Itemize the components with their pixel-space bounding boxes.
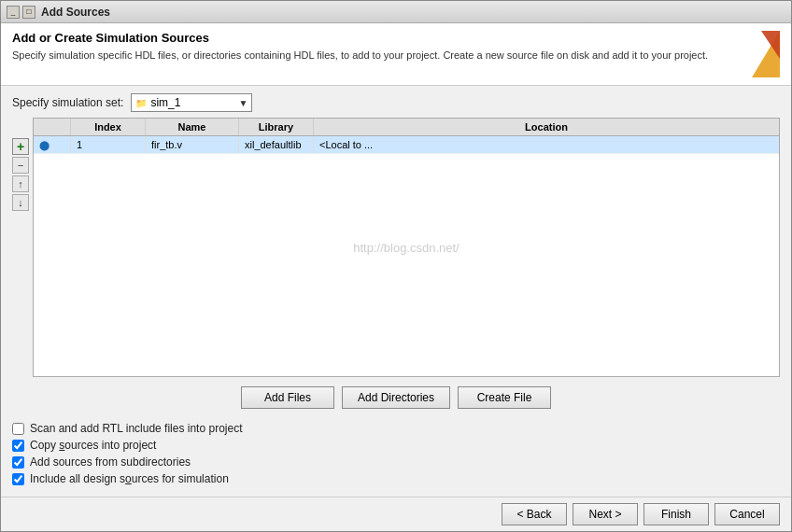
col-header-index xyxy=(34,119,71,135)
table-body: ⬤ 1 fir_tb.v xil_defaultlib <Local to ..… xyxy=(34,136,779,371)
side-toolbar: + − ↑ ↓ xyxy=(12,118,29,377)
header-text: Add or Create Simulation Sources Specify… xyxy=(12,31,733,63)
checkbox-row-2: Copy sources into project xyxy=(12,439,780,452)
checkbox-row-1: Scan and add RTL include files into proj… xyxy=(12,422,780,435)
content-area: Specify simulation set: 📁 sim_1 ▼ + − ↑ … xyxy=(1,86,791,497)
back-button[interactable]: < Back xyxy=(502,503,567,525)
row-icon-cell: ⬤ xyxy=(34,136,71,153)
sim-set-dropdown[interactable]: 📁 sim_1 ▼ xyxy=(131,93,252,112)
header-description: Specify simulation specific HDL files, o… xyxy=(12,49,733,63)
add-subdirs-label: Add sources from subdirectories xyxy=(30,455,191,469)
copy-sources-label: Copy sources into project xyxy=(30,439,156,452)
footer: < Back Next > Finish Cancel xyxy=(1,497,791,531)
copy-sources-checkbox[interactable] xyxy=(12,440,24,452)
create-file-button[interactable]: Create File xyxy=(458,386,551,409)
col-header-name: Name xyxy=(146,119,239,135)
move-down-button[interactable]: ↓ xyxy=(12,194,29,211)
minimize-button[interactable]: _ xyxy=(7,6,20,19)
table-area: + − ↑ ↓ Index Name Library Location ⬤ xyxy=(12,118,780,377)
finish-button[interactable]: Finish xyxy=(644,503,709,525)
table-header: Index Name Library Location xyxy=(34,119,779,136)
row-index: 1 xyxy=(71,136,146,153)
table-row[interactable]: ⬤ 1 fir_tb.v xil_defaultlib <Local to ..… xyxy=(34,136,779,154)
row-name: fir_tb.v xyxy=(146,136,239,153)
row-library: xil_defaultlib xyxy=(239,136,314,153)
title-bar: _ □ Add Sources xyxy=(1,1,791,23)
next-button[interactable]: Next > xyxy=(573,503,638,525)
sim-set-value: sim_1 xyxy=(150,96,234,109)
col-header-library: Library xyxy=(239,119,314,135)
header-section: Add or Create Simulation Sources Specify… xyxy=(1,23,791,86)
include-design-checkbox[interactable] xyxy=(12,473,24,485)
folder-icon: 📁 xyxy=(135,98,147,108)
restore-button[interactable]: □ xyxy=(22,6,35,19)
remove-row-button[interactable]: − xyxy=(12,157,29,174)
move-up-button[interactable]: ↑ xyxy=(12,175,29,192)
add-directories-button[interactable]: Add Directories xyxy=(342,386,450,409)
scan-rtl-checkbox[interactable] xyxy=(12,423,24,435)
checkbox-section: Scan and add RTL include files into proj… xyxy=(12,418,780,489)
sources-table: Index Name Library Location ⬤ 1 fir_tb.v… xyxy=(33,118,780,377)
dropdown-arrow-icon: ▼ xyxy=(238,98,248,108)
xilinx-logo xyxy=(733,31,780,77)
sim-set-label: Specify simulation set: xyxy=(12,96,123,109)
add-subdirs-checkbox[interactable] xyxy=(12,456,24,469)
cancel-button[interactable]: Cancel xyxy=(714,503,780,525)
row-location: <Local to ... xyxy=(314,136,779,153)
verilog-file-icon: ⬤ xyxy=(39,140,50,150)
action-buttons: Add Files Add Directories Create File xyxy=(12,383,780,413)
window-title: Add Sources xyxy=(41,6,110,19)
window-controls: _ □ xyxy=(7,6,35,19)
col-header-index-label: Index xyxy=(71,119,146,135)
add-sources-window: _ □ Add Sources Add or Create Simulation… xyxy=(0,0,792,532)
scan-rtl-label: Scan and add RTL include files into proj… xyxy=(30,422,242,435)
add-files-button[interactable]: Add Files xyxy=(241,386,334,409)
col-header-location: Location xyxy=(314,119,779,135)
sim-set-row: Specify simulation set: 📁 sim_1 ▼ xyxy=(12,93,780,112)
checkbox-row-3: Add sources from subdirectories xyxy=(12,455,780,469)
header-title: Add or Create Simulation Sources xyxy=(12,31,733,45)
include-design-label: Include all design sources for simulatio… xyxy=(30,472,229,485)
checkbox-row-4: Include all design sources for simulatio… xyxy=(12,472,780,485)
add-row-button[interactable]: + xyxy=(12,138,29,155)
